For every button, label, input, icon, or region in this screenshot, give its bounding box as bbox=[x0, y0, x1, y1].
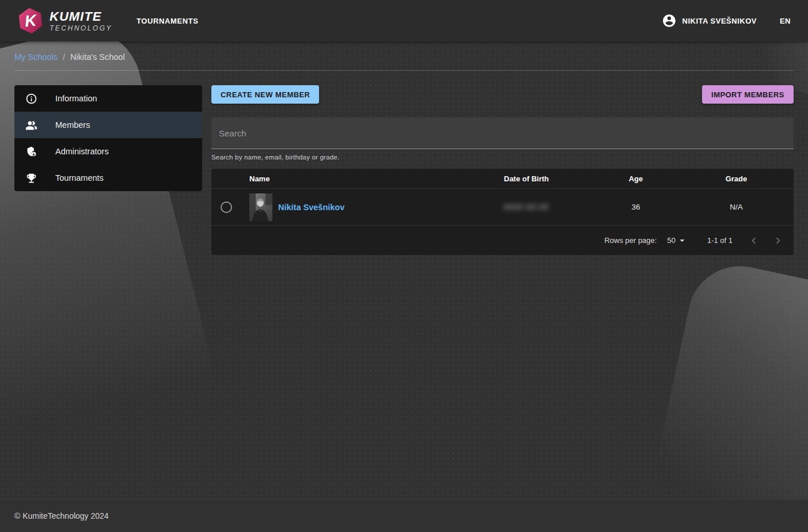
breadcrumb-my-schools[interactable]: My Schools bbox=[14, 52, 58, 62]
sidebar-item-label: Administrators bbox=[55, 147, 109, 156]
members-toolbar: CREATE NEW MEMBER IMPORT MEMBERS bbox=[211, 85, 794, 104]
decorative-shape-right bbox=[648, 257, 808, 532]
create-new-member-button[interactable]: CREATE NEW MEMBER bbox=[211, 85, 319, 104]
sidebar-item-members[interactable]: Members bbox=[14, 112, 202, 138]
brand-logo[interactable]: K KUMITE TECHNOLOGY bbox=[17, 7, 112, 34]
search-helper-text: Search by name, email, birthday or grade… bbox=[211, 154, 794, 161]
table-row: Nikita Svešnikov 0000-00-00 36 N/A bbox=[211, 189, 794, 226]
account-circle-icon bbox=[662, 13, 677, 28]
member-grade: N/A bbox=[679, 203, 794, 211]
member-name-link[interactable]: Nikita Svešnikov bbox=[278, 203, 344, 212]
sidebar-item-administrators[interactable]: Administrators bbox=[14, 138, 202, 165]
page-footer: © KumiteTechnology 2024 bbox=[0, 499, 808, 532]
admin-shield-icon bbox=[25, 146, 37, 158]
sidebar-item-information[interactable]: Information bbox=[14, 85, 202, 112]
member-avatar bbox=[249, 193, 272, 221]
member-dob-redacted: 0000-00-00 bbox=[503, 203, 549, 211]
people-icon bbox=[25, 119, 37, 131]
table-pagination: Rows per page: 50 1-1 of 1 bbox=[211, 226, 794, 255]
member-age: 36 bbox=[593, 203, 679, 211]
brand-name: KUMITE bbox=[50, 10, 112, 23]
sidebar-item-tournaments[interactable]: Tournaments bbox=[14, 165, 202, 191]
breadcrumb-current-school: Nikita's School bbox=[70, 52, 125, 62]
trophy-icon bbox=[25, 172, 37, 184]
school-sidebar: Information Members Administrators bbox=[14, 85, 202, 191]
user-name: NIKITA SVEŠNIKOV bbox=[682, 17, 757, 25]
info-icon bbox=[25, 93, 37, 105]
rows-per-page-label: Rows per page: bbox=[604, 236, 657, 245]
rows-per-page-value: 50 bbox=[667, 236, 675, 245]
nav-tournaments[interactable]: TOURNAMENTS bbox=[136, 17, 198, 25]
language-selector[interactable]: EN bbox=[780, 17, 791, 25]
table-header-row: Name Date of Birth Age Grade bbox=[211, 169, 794, 189]
members-table: Name Date of Birth Age Grade bbox=[211, 169, 794, 255]
app-header: K KUMITE TECHNOLOGY TOURNAMENTS NIKITA S… bbox=[0, 0, 808, 41]
previous-page-button[interactable] bbox=[746, 233, 761, 248]
breadcrumb-divider bbox=[14, 70, 794, 71]
user-menu[interactable]: NIKITA SVEŠNIKOV bbox=[662, 13, 757, 28]
chevron-left-icon bbox=[748, 234, 760, 247]
brand-subtitle: TECHNOLOGY bbox=[50, 25, 112, 32]
pagination-range: 1-1 of 1 bbox=[707, 236, 733, 245]
caret-down-icon bbox=[677, 235, 688, 246]
column-header-age: Age bbox=[593, 174, 679, 183]
copyright-text: © KumiteTechnology 2024 bbox=[14, 511, 109, 520]
column-header-grade: Grade bbox=[679, 174, 794, 183]
breadcrumb: My Schools / Nikita's School bbox=[0, 41, 808, 62]
column-header-dob: Date of Birth bbox=[460, 174, 593, 183]
breadcrumb-separator: / bbox=[63, 52, 65, 62]
search-input[interactable] bbox=[211, 117, 794, 149]
kumite-hexagon-logo-icon: K bbox=[16, 6, 45, 36]
sidebar-item-label: Information bbox=[55, 94, 97, 103]
column-header-name: Name bbox=[241, 174, 460, 183]
sidebar-item-label: Tournaments bbox=[55, 173, 104, 183]
next-page-button[interactable] bbox=[771, 233, 786, 248]
rows-per-page-select[interactable]: 50 bbox=[667, 235, 687, 246]
import-members-button[interactable]: IMPORT MEMBERS bbox=[702, 85, 794, 104]
sidebar-item-label: Members bbox=[55, 120, 90, 130]
row-select-radio[interactable] bbox=[221, 202, 232, 213]
chevron-right-icon bbox=[772, 234, 784, 247]
